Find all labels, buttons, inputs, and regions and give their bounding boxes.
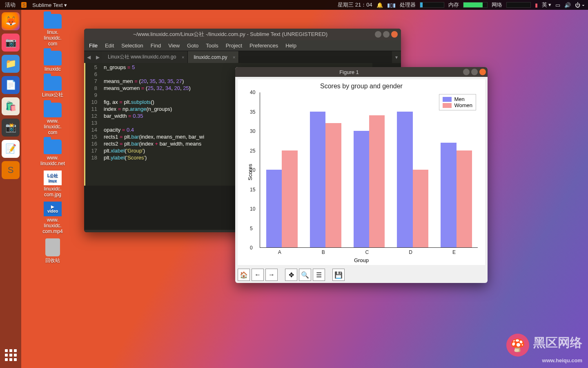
x-axis-label: Group <box>354 257 369 263</box>
menu-edit[interactable]: Edit <box>105 43 114 49</box>
bar-men-C <box>354 131 369 247</box>
forward-button[interactable]: → <box>265 269 278 281</box>
menu-help[interactable]: Help <box>285 43 296 49</box>
tab-go-file[interactable]: Linux公社 www.linuxidc.com.go× <box>102 51 188 63</box>
desktop-folder[interactable]: linuxidc <box>30 51 75 72</box>
menu-find[interactable]: Find <box>151 43 161 49</box>
desktop-folder[interactable]: www. linuxidc. com <box>30 103 75 135</box>
minimize-button[interactable] <box>463 69 470 75</box>
minimize-button[interactable] <box>375 31 381 38</box>
net-label: 网络 <box>492 1 502 9</box>
mpl-toolbar: 🏠 ← → ✥ 🔍 ☰ 💾 <box>235 267 488 282</box>
close-button[interactable] <box>391 31 398 38</box>
configure-button[interactable]: ☰ <box>313 269 325 281</box>
ytick: 40 <box>250 90 255 95</box>
bar-women-E <box>457 150 472 248</box>
home-button[interactable]: 🏠 <box>238 269 250 281</box>
notification-icon[interactable]: 🔔 <box>376 2 383 8</box>
ytick: 5 <box>250 226 253 231</box>
activities-button[interactable]: 活动 <box>3 1 17 9</box>
menu-file[interactable]: File <box>89 43 98 49</box>
ytick: 15 <box>250 187 255 193</box>
status-position: Line 26, Column 1 <box>98 231 138 232</box>
tab-prev[interactable]: ◀ <box>84 51 93 63</box>
power-icon[interactable]: ⏻ ▾ <box>575 2 585 8</box>
maximize-button[interactable] <box>471 69 478 75</box>
bar-men-D <box>397 112 412 248</box>
mem-graph <box>463 2 488 8</box>
tab-next[interactable]: ▶ <box>93 51 102 63</box>
close-button[interactable] <box>479 69 486 75</box>
bar-men-B <box>310 112 325 248</box>
dock-writer[interactable]: 📄 <box>2 76 20 94</box>
chart-title: Scores by group and gender <box>238 79 485 90</box>
ime-indicator[interactable]: 英 ▾ <box>542 1 552 9</box>
mem-label: 内存 <box>448 1 459 9</box>
legend-swatch-men <box>443 97 452 102</box>
axes: Men Women <box>260 92 478 248</box>
maximize-button[interactable] <box>383 31 390 38</box>
ytick: 20 <box>250 167 255 173</box>
net-graph <box>506 2 531 8</box>
tab-menu[interactable]: ▾ <box>392 51 401 63</box>
menu-tools[interactable]: Tools <box>206 43 218 49</box>
tab-close-icon[interactable]: × <box>233 55 235 60</box>
dock-software[interactable]: 🛍️ <box>2 97 20 115</box>
pan-button[interactable]: ✥ <box>285 269 297 281</box>
xtick: D <box>409 249 412 255</box>
figure-title: Figure 1 <box>235 69 463 75</box>
menu-view[interactable]: View <box>168 43 180 49</box>
ytick: 30 <box>250 128 255 134</box>
desktop-image[interactable]: L公社inuxlinuxidc. com.jpg <box>30 171 75 197</box>
panel-switcher-icon[interactable] <box>88 232 94 233</box>
bar-women-D <box>413 170 428 247</box>
dock-files[interactable]: 📁 <box>2 55 20 73</box>
menu-project[interactable]: Project <box>226 43 242 49</box>
volume-icon[interactable]: 🔊 <box>564 2 571 8</box>
desktop-folder[interactable]: linux. linuxidc. com <box>30 14 75 47</box>
ytick: 35 <box>250 109 255 115</box>
tab-bar: ◀ ▶ Linux公社 www.linuxidc.com.go× linuxid… <box>84 51 401 63</box>
bar-women-C <box>369 115 385 247</box>
back-button[interactable]: ← <box>252 269 264 281</box>
dnd-icon[interactable]: ▮ <box>535 2 538 8</box>
dock-firefox[interactable]: 🦊 <box>2 12 20 30</box>
bar-women-B <box>325 123 341 247</box>
dock-screenshot[interactable]: 📷 <box>2 34 20 52</box>
menu-selection[interactable]: Selection <box>121 43 143 49</box>
app-menu[interactable]: Sublime Text ▾ <box>31 2 69 8</box>
sublime-titlebar[interactable]: ~/www.linuxidc.com/Linux公社 -/linuxidc.co… <box>84 29 401 40</box>
menu-bar: File Edit Selection Find View Goto Tools… <box>84 40 401 51</box>
show-applications[interactable] <box>3 348 18 362</box>
desktop-trash[interactable]: 回收站 <box>30 238 75 264</box>
dock-camera[interactable]: 📸 <box>2 119 20 137</box>
legend: Men Women <box>439 94 476 110</box>
dock-text[interactable]: 📝 <box>2 140 20 158</box>
tab-close-icon[interactable]: × <box>182 55 184 60</box>
ytick: 10 <box>250 206 255 212</box>
tab-py-file[interactable]: linuxidc.com.py× <box>188 51 239 63</box>
xtick: B <box>322 249 325 255</box>
figure-titlebar[interactable]: Figure 1 <box>235 67 488 77</box>
network-icon[interactable]: ▭ <box>555 2 560 8</box>
cpu-graph <box>420 2 444 8</box>
ytick: 0 <box>250 245 253 251</box>
window-title: ~/www.linuxidc.com/Linux公社 -/linuxidc.co… <box>87 31 373 38</box>
save-button[interactable]: 💾 <box>332 269 345 281</box>
top-panel: 活动 S Sublime Text ▾ 星期三 21：04 🔔 ▮▯▮ 处理器 … <box>0 0 588 10</box>
desktop-folder[interactable]: Linux公社 <box>30 76 75 99</box>
xtick: C <box>365 249 369 255</box>
dock-sublime[interactable]: S <box>2 161 20 179</box>
clock[interactable]: 星期三 21：04 <box>338 1 372 9</box>
menu-preferences[interactable]: Preferences <box>249 43 278 49</box>
desktop-video[interactable]: ▶videowww. linuxidc. com.mp4 <box>30 202 75 234</box>
zoom-button[interactable]: 🔍 <box>299 269 311 281</box>
chart-icon[interactable]: ▮▯▮ <box>387 2 396 8</box>
bar-men-A <box>266 170 282 247</box>
menu-goto[interactable]: Goto <box>187 43 198 49</box>
cpu-label: 处理器 <box>400 1 416 9</box>
figure-window: Figure 1 Scores by group and gender Scor… <box>235 67 488 283</box>
desktop-folder[interactable]: www. linuxidc.net <box>30 139 75 166</box>
sublime-icon: S <box>21 2 27 8</box>
line-gutter: 56789101112131415161718 <box>84 63 100 186</box>
